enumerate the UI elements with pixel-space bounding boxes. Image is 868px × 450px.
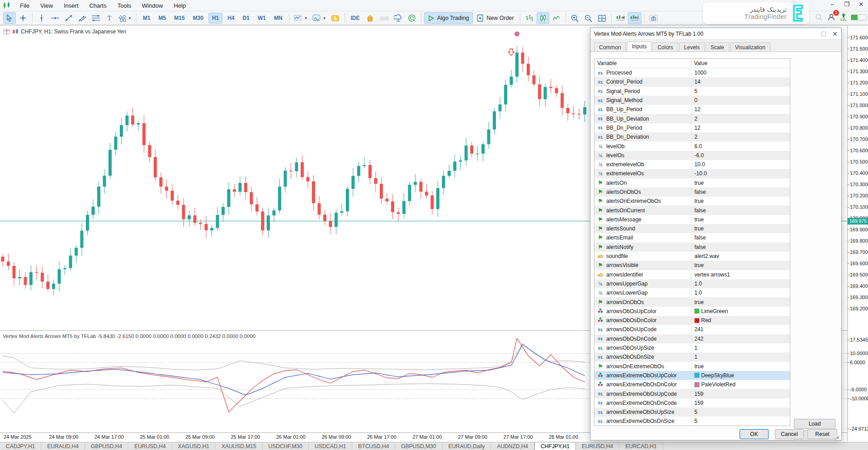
param-row-arrowsExtremeObOsUpColor[interactable]: arrowsExtremeObOsUpColorDeepSkyBlue (594, 371, 790, 380)
param-value-cell[interactable]: 159 (691, 400, 790, 406)
param-value-cell[interactable]: true (691, 225, 790, 232)
timeframe-h1[interactable]: H1 (208, 13, 222, 23)
param-row-alertsEmail[interactable]: ⚑alertsEmailfalse (594, 233, 790, 242)
param-row-levelOb[interactable]: ½levelOb6.0 (594, 141, 790, 150)
symbol-tab-eurusd[interactable]: EURUSD,H4 (576, 442, 619, 450)
param-value-cell[interactable]: true (691, 363, 790, 370)
param-value-cell[interactable]: 1 (691, 345, 790, 351)
param-row-Signal_Period[interactable]: 01Signal_Period5 (594, 87, 790, 96)
signals-button[interactable]: ((o)) (377, 12, 391, 24)
menu-tools[interactable]: Tools (112, 0, 137, 11)
restore-button[interactable]: ❐ (843, 1, 851, 8)
timeframe-w1[interactable]: W1 (255, 13, 269, 23)
param-row-alertsNotify[interactable]: ⚑alertsNotifyfalse (594, 243, 790, 252)
load-button[interactable]: Load (794, 419, 835, 429)
symbol-tab-usdchf[interactable]: USDCHF,M30 (263, 442, 309, 450)
reset-button[interactable]: Reset (807, 429, 837, 439)
param-value-cell[interactable]: false (691, 207, 790, 214)
param-row-arrowsVisible[interactable]: ⚑arrowsVisibletrue (594, 261, 790, 270)
lvl-icon[interactable]: LVL (840, 13, 846, 21)
dialog-close-icon[interactable]: ✕ (832, 30, 838, 38)
param-value-cell[interactable]: true (691, 198, 790, 204)
param-value-cell[interactable]: 1.0 (691, 290, 790, 296)
symbol-tab-xauusd[interactable]: XAUUSD,M15 (216, 442, 263, 450)
timeframe-m5[interactable]: M5 (156, 13, 170, 23)
param-row-alertsMessage[interactable]: ⚑alertsMessagetrue (594, 215, 790, 224)
column-header-variable[interactable]: Variable (594, 59, 691, 68)
menu-file[interactable]: File (14, 0, 35, 11)
chart-shift-button[interactable] (628, 12, 642, 24)
symbol-tab-eurusd[interactable]: EURUSD,H4 (128, 442, 172, 450)
param-value-cell[interactable]: true (691, 299, 790, 305)
menu-charts[interactable]: Charts (84, 0, 112, 11)
param-row-arrowsExtremeObOsDnSize[interactable]: 01arrowsExtremeObOsDnSize5 (594, 417, 790, 426)
param-row-levelOs[interactable]: ½levelOs-6.0 (594, 151, 790, 160)
deposit-button[interactable]: $ (329, 12, 342, 24)
crosshair-button[interactable] (17, 12, 29, 24)
param-value-cell[interactable]: 5 (691, 418, 790, 424)
param-row-arrowsExtremeObOsDnColor[interactable]: arrowsExtremeObOsDnColorPaleVioletRed (594, 380, 790, 389)
param-value-cell[interactable]: 1.0 (691, 281, 790, 287)
param-value-cell[interactable]: 10.0 (691, 161, 790, 168)
dialog-maximize-icon[interactable] (821, 32, 826, 36)
auto-scroll-button[interactable] (614, 12, 627, 24)
param-row-arrowsExtremeObOsUpCode[interactable]: 01arrowsExtremeObOsUpCode159 (594, 389, 790, 398)
param-row-arrowsExtremeObOsUpSize[interactable]: 01arrowsExtremeObOsUpSize5 (594, 408, 790, 417)
param-value-cell[interactable]: true (691, 262, 790, 268)
param-value-cell[interactable]: false (691, 189, 790, 195)
param-row-BB_Up_Deviation[interactable]: 01BB_Up_Deviation2 (594, 114, 790, 123)
param-row-alertsOnExtremeObOs[interactable]: ⚑alertsOnExtremeObOstrue (594, 197, 790, 206)
close-button[interactable]: ✕ (857, 1, 865, 8)
param-value-cell[interactable]: 14 (691, 79, 790, 85)
vertical-line-button[interactable] (35, 12, 48, 24)
param-value-cell[interactable]: 5 (691, 409, 790, 415)
cursor-button[interactable] (3, 12, 16, 24)
param-value-cell[interactable]: 5 (691, 88, 790, 94)
resize-grip[interactable]: ◢ (836, 435, 840, 439)
param-row-alertsOn[interactable]: ⚑alertsOntrue (594, 178, 790, 188)
price-axis[interactable]: 171.600171.500171.400171.300171.200171.1… (847, 26, 868, 441)
param-value-cell[interactable]: DeepSkyBlue (691, 372, 790, 379)
param-value-cell[interactable]: true (691, 216, 790, 223)
symbol-tab-xagusd[interactable]: XAGUSD,H1 (172, 442, 216, 450)
param-row-arrowsExtremeObOsDnCode[interactable]: 01arrowsExtremeObOsDnCode159 (594, 398, 790, 408)
param-row-BB_Dn_Deviation[interactable]: 01BB_Dn_Deviation2 (594, 132, 790, 141)
ok-button[interactable]: OK (740, 429, 769, 439)
symbol-tab-audnzd[interactable]: AUDNZD,H4 (491, 442, 534, 450)
param-value-cell[interactable]: false (691, 244, 790, 250)
symbol-tab-eurcad[interactable]: EURCAD,H1 (619, 442, 663, 450)
zoom-in-button[interactable] (569, 12, 581, 24)
param-value-cell[interactable]: 12 (691, 125, 790, 131)
vps-button[interactable] (392, 12, 405, 24)
shapes-button[interactable]: ▼ (117, 12, 133, 24)
horizontal-line-button[interactable] (49, 12, 61, 24)
dialog-title-bar[interactable]: Vertex Mod Alerts Arrows MT5 by TFLab 1.… (590, 28, 841, 40)
tile-windows-button[interactable] (596, 12, 609, 24)
symbol-tab-gbpusd[interactable]: GBPUSD,M30 (395, 442, 442, 450)
param-row-arrowsOnExtremeObOs[interactable]: ⚑arrowsOnExtremeObOstrue (594, 362, 790, 371)
symbol-tab-euraud[interactable]: EURAUD,H4 (41, 442, 85, 450)
column-header-value[interactable]: Value (691, 59, 710, 68)
param-row-BB_Dn_Period[interactable]: 01BB_Dn_Period12 (594, 123, 790, 132)
param-value-cell[interactable]: 1 (691, 354, 790, 360)
param-value-cell[interactable]: 242 (691, 336, 790, 342)
symbol-tab-euraud[interactable]: EURAUD,Daily (443, 442, 491, 450)
param-row-alertsSound[interactable]: ⚑alertsSoundtrue (594, 224, 790, 233)
zoom-out-button[interactable] (582, 12, 595, 24)
tab-inputs[interactable]: Inputs (627, 42, 652, 52)
fibonacci-button[interactable] (90, 12, 102, 24)
indicators-button[interactable]: ▼ (292, 12, 310, 24)
param-value-cell[interactable]: false (691, 234, 790, 241)
account-icon[interactable]: 1 (827, 13, 836, 22)
channel-button[interactable] (76, 12, 89, 24)
param-row-arrowsObOsUpColor[interactable]: arrowsObOsUpColorLimeGreen (594, 307, 790, 316)
screenshot-button[interactable] (647, 12, 660, 24)
param-value-cell[interactable]: 159 (691, 391, 790, 397)
param-row-extremelevelOb[interactable]: ½extremelevelOb10.0 (594, 160, 790, 169)
menu-view[interactable]: View (35, 0, 58, 11)
param-row-arrowsObOsDnCode[interactable]: 01arrowsObOsDnCode242 (594, 334, 790, 343)
param-value-cell[interactable]: 6.0 (691, 143, 790, 150)
param-row-alertsOnObOs[interactable]: ⚑alertsOnObOsfalse (594, 188, 790, 197)
param-row-alertsOnCurrent[interactable]: ⚑alertsOnCurrentfalse (594, 206, 790, 215)
param-row-arrowsObOsUpCode[interactable]: 01arrowsObOsUpCode241 (594, 325, 790, 334)
